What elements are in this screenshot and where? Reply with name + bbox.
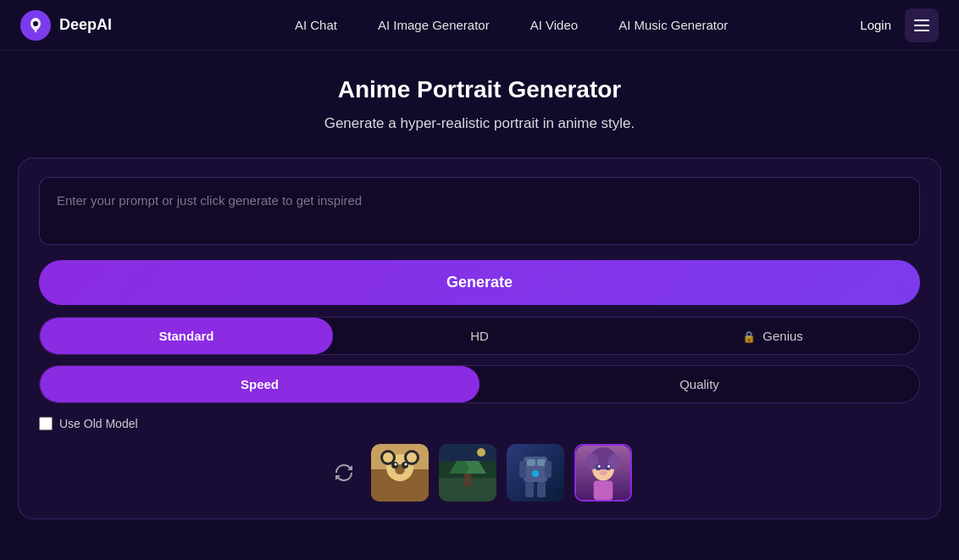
svg-point-11 [395, 463, 397, 466]
login-link[interactable]: Login [860, 18, 891, 32]
tier-genius-button[interactable]: 🔒 Genius [626, 318, 919, 354]
quality-button[interactable]: Quality [480, 366, 919, 402]
tier-genius-label: Genius [762, 329, 803, 343]
svg-rect-19 [439, 444, 496, 461]
nav-ai-video[interactable]: AI Video [530, 18, 578, 32]
navbar: DeepAI AI Chat AI Image Generator AI Vid… [0, 0, 959, 51]
nav-ai-chat[interactable]: AI Chat [295, 18, 337, 32]
menu-line-1 [914, 19, 929, 21]
svg-point-40 [607, 465, 610, 468]
logo[interactable]: DeepAI [20, 10, 112, 41]
speed-quality-selector: Speed Quality [39, 365, 920, 403]
svg-point-30 [532, 470, 539, 477]
quality-tier-selector: Standard HD 🔒 Genius [39, 317, 920, 355]
page-subtitle: Generate a hyper-realistic portrait in a… [20, 115, 939, 132]
menu-line-2 [914, 25, 929, 26]
quality-label: Quality [679, 377, 719, 391]
old-model-label[interactable]: Use Old Model [59, 417, 138, 430]
svg-point-12 [405, 463, 407, 466]
nav-links: AI Chat AI Image Generator AI Video AI M… [163, 18, 860, 32]
nav-ai-music-generator[interactable]: AI Music Generator [618, 18, 728, 32]
svg-point-20 [477, 448, 485, 457]
svg-rect-28 [525, 482, 534, 497]
logo-icon [20, 10, 51, 41]
page-title: Anime Portrait Generator [20, 76, 939, 103]
menu-line-3 [914, 30, 929, 31]
svg-point-41 [599, 470, 607, 475]
svg-rect-27 [545, 461, 552, 478]
hamburger-menu-button[interactable] [905, 8, 939, 42]
sample-images-row [39, 444, 920, 502]
svg-point-0 [33, 21, 38, 26]
nav-right: Login [860, 8, 939, 42]
svg-rect-29 [537, 482, 546, 497]
svg-rect-18 [464, 474, 471, 486]
hero-section: Anime Portrait Generator Generate a hype… [0, 51, 959, 149]
tier-standard-label: Standard [158, 329, 213, 343]
old-model-row: Use Old Model [39, 417, 920, 430]
svg-point-7 [407, 452, 417, 463]
nav-ai-image-generator[interactable]: AI Image Generator [378, 18, 490, 32]
logo-text: DeepAI [59, 16, 112, 34]
sample-image-warrior[interactable] [507, 444, 564, 502]
tier-hd-button[interactable]: HD [333, 318, 626, 354]
lock-icon: 🔒 [742, 330, 756, 343]
tier-standard-button[interactable]: Standard [40, 318, 333, 354]
svg-rect-24 [527, 459, 535, 466]
sample-image-panda[interactable] [371, 444, 429, 502]
speed-label: Speed [241, 377, 279, 391]
speed-button[interactable]: Speed [40, 366, 480, 402]
tier-hd-label: HD [470, 329, 489, 343]
svg-rect-25 [537, 459, 546, 466]
sample-image-forest[interactable] [439, 444, 496, 502]
refresh-samples-button[interactable] [327, 456, 361, 490]
old-model-checkbox[interactable] [39, 417, 53, 430]
svg-rect-26 [519, 461, 526, 478]
sample-image-anime-girl[interactable] [574, 444, 632, 502]
generator-card: Generate Standard HD 🔒 Genius Speed Qual… [18, 158, 941, 519]
svg-point-39 [598, 465, 601, 468]
svg-point-6 [383, 452, 393, 463]
prompt-input[interactable] [39, 177, 920, 245]
generate-button[interactable]: Generate [39, 260, 920, 305]
svg-rect-42 [594, 480, 613, 500]
